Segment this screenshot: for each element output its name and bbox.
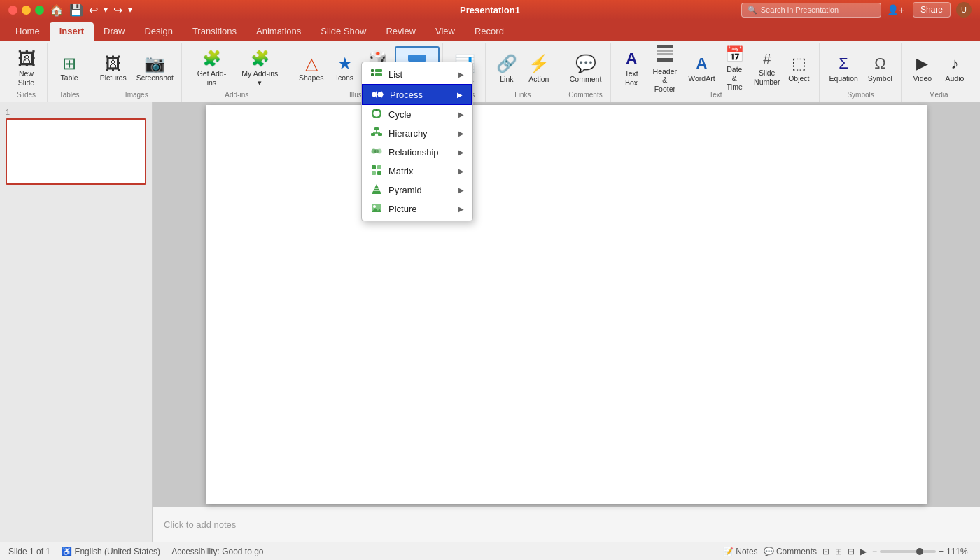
tab-design[interactable]: Design <box>134 22 182 41</box>
icons-button[interactable]: ★ Icons <box>330 46 360 91</box>
tab-transitions[interactable]: Transitions <box>183 22 246 41</box>
menu-item-cycle[interactable]: Cycle ▶ <box>362 105 472 124</box>
tab-insert[interactable]: Insert <box>50 22 94 41</box>
video-label: Video <box>913 74 932 83</box>
home-icon[interactable]: 🏠 <box>50 4 64 17</box>
menu-item-matrix[interactable]: Matrix ▶ <box>362 162 472 181</box>
svg-rect-11 <box>372 92 376 97</box>
audio-button[interactable]: ♪ Audio <box>939 46 970 91</box>
close-button[interactable] <box>8 6 18 15</box>
new-slide-label: NewSlide <box>18 69 34 87</box>
share-button[interactable]: Share <box>913 2 951 18</box>
new-slide-button[interactable]: 🖼 NewSlide <box>11 46 42 91</box>
icons-label: Icons <box>336 74 354 83</box>
menu-item-process[interactable]: Process ▶ <box>362 84 472 105</box>
datetime-button[interactable]: 📅 Date &Time <box>720 46 749 91</box>
my-addins-label: My Add-ins ▾ <box>239 69 280 87</box>
slide-thumbnail[interactable] <box>6 118 146 185</box>
normal-view-icon[interactable]: ⊡ <box>822 547 830 556</box>
menu-item-list[interactable]: List ▶ <box>362 65 472 84</box>
slideshow-icon[interactable]: ▶ <box>860 547 867 556</box>
save-icon[interactable]: 💾 <box>69 4 83 17</box>
avatar[interactable]: U <box>956 2 972 18</box>
link-button[interactable]: 🔗 Link <box>491 46 522 91</box>
svg-marker-29 <box>372 184 382 194</box>
zoom-out-button[interactable]: − <box>872 547 877 556</box>
tab-record[interactable]: Record <box>465 22 514 41</box>
comment-button[interactable]: 💬 Comment <box>566 46 606 91</box>
equation-button[interactable]: Σ Equation <box>825 46 862 91</box>
ribbon-group-images: 🖼 Pictures 📷 Screenshot Images <box>92 43 182 102</box>
wordart-icon: A <box>696 55 707 73</box>
symbol-button[interactable]: Ω Symbol <box>864 46 897 91</box>
screenshot-button[interactable]: 📷 Screenshot <box>132 46 178 91</box>
title-bar: 🏠 💾 ↩ ▾ ↪ ▾ Presentation1 🔍 Search in Pr… <box>0 0 980 20</box>
screenshot-icon: 📷 <box>144 55 165 72</box>
action-button[interactable]: ⚡ Action <box>524 46 554 91</box>
menu-item-relationship[interactable]: Relationship ▶ <box>362 143 472 162</box>
wordart-button[interactable]: A WordArt <box>685 46 719 91</box>
search-placeholder: Search in Presentation <box>761 6 839 14</box>
object-button[interactable]: ⬚ Object <box>785 46 813 91</box>
cycle-menu-icon <box>370 108 383 120</box>
reading-view-icon[interactable]: ⊟ <box>848 547 855 556</box>
headerfooter-button[interactable]: Header &Footer <box>646 46 683 91</box>
zoom-controls: − + 111% <box>872 547 972 556</box>
ribbon-group-media: ▶ Video ♪ Audio Media <box>903 43 974 102</box>
ribbon-group-addins: 🧩 Get Add-ins 🧩 My Add-ins ▾ Add-ins <box>183 43 290 102</box>
ribbon-group-links: 🔗 Link ⚡ Action Links <box>487 43 559 102</box>
comments-group-label: Comments <box>568 91 602 99</box>
pyramid-arrow-icon: ▶ <box>458 186 464 194</box>
my-addins-button[interactable]: 🧩 My Add-ins ▾ <box>235 46 284 91</box>
comments-view-button[interactable]: 💬 Comments <box>764 547 817 556</box>
pictures-label: Pictures <box>100 74 127 83</box>
menu-item-pyramid[interactable]: Pyramid ▶ <box>362 181 472 200</box>
table-button[interactable]: ⊞ Table <box>54 46 85 91</box>
notes-area[interactable]: Click to add notes <box>153 507 980 542</box>
tab-review[interactable]: Review <box>376 22 426 41</box>
addins-group-label: Add-ins <box>225 91 248 99</box>
wordart-label: WordArt <box>688 74 715 83</box>
tab-view[interactable]: View <box>426 22 465 41</box>
action-label: Action <box>528 75 549 84</box>
language-info: ♿ English (United States) <box>62 547 160 556</box>
notes-view-button[interactable]: 📝 Notes <box>723 547 758 556</box>
datetime-label: Date &Time <box>724 65 745 92</box>
svg-rect-7 <box>371 69 374 72</box>
slide-info: Slide 1 of 1 <box>8 547 50 556</box>
slide-canvas[interactable] <box>206 105 927 504</box>
tab-draw[interactable]: Draw <box>94 22 134 41</box>
slides-group-label: Slides <box>17 91 36 99</box>
status-bar-left: Slide 1 of 1 ♿ English (United States) A… <box>8 547 264 556</box>
cycle-arrow-icon: ▶ <box>458 111 464 118</box>
video-button[interactable]: ▶ Video <box>907 46 938 91</box>
pictures-icon: 🖼 <box>105 55 122 72</box>
tab-home[interactable]: Home <box>6 22 50 41</box>
menu-item-hierarchy[interactable]: Hierarchy ▶ <box>362 124 472 143</box>
undo-dropdown-icon[interactable]: ▾ <box>104 5 108 15</box>
pictures-button[interactable]: 🖼 Pictures <box>96 46 131 91</box>
shapes-button[interactable]: △ Shapes <box>295 46 328 91</box>
zoom-in-button[interactable]: + <box>939 547 944 556</box>
ribbon-group-comments: 💬 Comment Comments <box>561 43 611 102</box>
menu-item-picture[interactable]: Picture ▶ <box>362 200 472 218</box>
get-addins-label: Get Add-ins <box>193 69 230 87</box>
undo-icon[interactable]: ↩ <box>89 4 98 17</box>
get-addins-button[interactable]: 🧩 Get Add-ins <box>189 46 234 91</box>
maximize-button[interactable] <box>35 6 44 15</box>
grid-view-icon[interactable]: ⊞ <box>835 547 842 556</box>
accessibility-status: Accessibility: Good to go <box>172 547 263 556</box>
equation-label: Equation <box>829 74 858 83</box>
zoom-level[interactable]: 111% <box>946 547 972 556</box>
zoom-slider[interactable] <box>880 550 936 553</box>
textbox-button[interactable]: A TextBox <box>618 46 645 91</box>
customize-icon[interactable]: ▾ <box>128 5 132 15</box>
tab-slideshow[interactable]: Slide Show <box>311 22 376 41</box>
minimize-button[interactable] <box>22 6 31 15</box>
slidenumber-button[interactable]: # SlideNumber <box>750 46 783 91</box>
redo-icon[interactable]: ↪ <box>113 4 122 17</box>
search-box[interactable]: 🔍 Search in Presentation <box>741 3 881 18</box>
tab-animations[interactable]: Animations <box>246 22 311 41</box>
accessibility-icon: ♿ <box>62 547 72 556</box>
table-icon: ⊞ <box>62 55 76 72</box>
